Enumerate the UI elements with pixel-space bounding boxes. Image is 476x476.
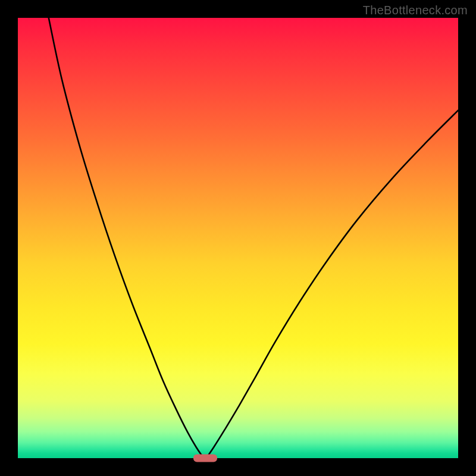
watermark-text: TheBottleneck.com xyxy=(363,4,468,17)
chart-frame: TheBottleneck.com xyxy=(0,0,476,476)
curve-left-branch xyxy=(49,18,203,457)
plot-area xyxy=(18,18,458,458)
curve-right-branch xyxy=(207,110,458,456)
minimum-marker xyxy=(193,455,217,462)
curve-svg xyxy=(18,18,458,458)
